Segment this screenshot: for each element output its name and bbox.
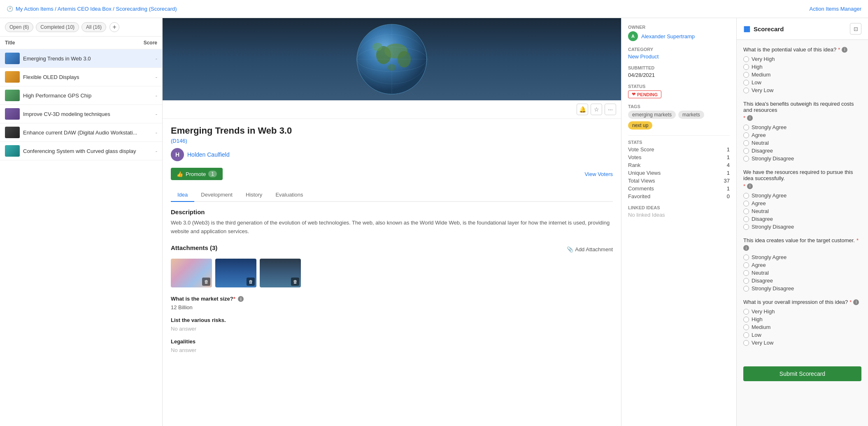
sc-info-icon-4[interactable]: i [743,245,749,251]
item-thumbnail [5,145,20,157]
sc-option[interactable]: Neutral [743,208,861,214]
tag-emerging-markets[interactable]: emerging markets [628,111,676,119]
sc-radio [743,201,749,206]
owner-name[interactable]: Alexander Supertramp [641,33,695,39]
star-icon-button[interactable]: ☆ [591,104,602,115]
sc-radio [743,148,749,154]
sc-info-icon-5[interactable]: i [853,299,859,305]
sc-info-icon-1[interactable]: i [842,47,847,53]
sc-info-icon-3[interactable]: i [747,183,753,189]
list-item[interactable]: Enhance current DAW (Digital Audio Works… [0,123,162,142]
sc-option[interactable]: Strongly Agree [743,254,861,260]
tag-next-up[interactable]: next up [628,121,652,130]
sc-option[interactable]: Disagree [743,216,861,222]
scorecard-close-button[interactable]: ⊡ [850,23,861,35]
sc-option[interactable]: Neutral [743,270,861,276]
tab-open[interactable]: Open (6) [5,22,33,32]
sc-option[interactable]: Low [743,79,861,86]
list-item[interactable]: Improve CV-3D modeling techniques - [0,105,162,123]
delete-attachment-1[interactable]: 🗑 [202,278,210,286]
sc-option[interactable]: Strongly Agree [743,192,861,199]
scorecard-title-text: Scorecard [754,25,784,32]
left-sidebar: Open (6) Completed (10) All (16) + Title… [0,18,163,426]
tab-all[interactable]: All (16) [81,22,106,32]
tab-evaluations[interactable]: Evaluations [269,188,310,202]
list-item[interactable]: Conferencing System with Curved glass di… [0,142,162,160]
submitted-field: Submitted 04/28/2021 [628,65,730,78]
my-action-items-link[interactable]: My Action Items / Artemis CEO Idea Box /… [16,6,177,12]
more-icon-button[interactable]: ··· [605,104,616,115]
stat-vote-score-label: Vote Score [628,146,721,153]
view-voters-link[interactable]: View Voters [585,171,613,177]
sc-radio [743,80,749,86]
sc-option[interactable]: Agree [743,262,861,268]
sc-option[interactable]: Very High [743,308,861,315]
sc-option[interactable]: Medium [743,72,861,78]
category-value[interactable]: New Product [628,53,659,60]
sc-option[interactable]: Strongly Agree [743,124,861,130]
category-label: Category [628,47,730,52]
attachments-header: Attachments (3) 📎 Add Attachment [171,244,613,255]
stat-rank-value: 4 [724,162,730,168]
promote-count: 1 [208,171,217,177]
tags-label: Tags [628,104,730,109]
sc-option[interactable]: Very Low [743,340,861,346]
bell-icon-button[interactable]: 🔔 [577,104,588,115]
sc-option[interactable]: High [743,64,861,70]
sc-option[interactable]: Very Low [743,87,861,93]
sc-option[interactable]: Agree [743,200,861,206]
attachments-grid: 🗑 🗑 🗑 [171,259,613,287]
tab-history[interactable]: History [239,188,269,202]
action-items-manager-anchor[interactable]: Action Items Manager [810,6,861,12]
tab-development[interactable]: Development [194,188,239,202]
attachment-1[interactable]: 🗑 [171,259,212,287]
sidebar-header: Title Score [0,37,162,49]
sc-required: * [849,299,852,305]
sc-option[interactable]: Strongly Disagree [743,224,861,230]
add-tab-button[interactable]: + [109,22,119,32]
sc-question-4: This idea creates value for the target c… [743,237,861,292]
sidebar-list: Emerging Trends in Web 3.0 - Flexible OL… [0,49,162,426]
tag-markets[interactable]: markets [678,111,704,119]
add-attachment-button[interactable]: 📎 Add Attachment [567,246,613,252]
delete-attachment-2[interactable]: 🗑 [247,278,255,286]
submit-scorecard-button[interactable]: Submit Scorecard [743,366,861,381]
sc-option[interactable]: Neutral [743,140,861,146]
tab-completed[interactable]: Completed (10) [36,22,79,32]
submitter-avatar: H [171,148,184,161]
sc-option[interactable]: Low [743,332,861,338]
sc-option[interactable]: Strongly Disagree [743,155,861,162]
attachment-3[interactable]: 🗑 [260,259,301,287]
col-score-header: Score [133,40,157,46]
sc-option[interactable]: Very High [743,56,861,62]
sc-info-icon-2[interactable]: i [747,115,753,121]
market-size-info-icon[interactable]: i [238,296,244,302]
item-score: - [141,74,157,80]
stats-grid: Vote Score 1 Votes 1 Rank 4 Unique Views… [628,146,730,199]
attachment-2[interactable]: 🗑 [215,259,256,287]
sc-options-1: Very High High Medium Low Very Low [743,56,861,93]
idea-tabs: Idea Development History Evaluations [171,188,613,202]
sc-question-3: We have the resources required to pursue… [743,169,861,230]
sc-radio [743,255,749,260]
sc-option[interactable]: High [743,316,861,322]
market-size-label: What is the market size?* i [171,296,613,302]
list-item[interactable]: Emerging Trends in Web 3.0 - [0,49,162,68]
promote-button[interactable]: 👍 Promote 1 [171,168,223,180]
sc-option[interactable]: Disagree [743,148,861,154]
item-score: - [141,93,157,99]
item-score: - [141,148,157,154]
tags-field: Tags emerging markets markets next up [628,104,730,130]
sc-option[interactable]: Medium [743,324,861,330]
submitter-name[interactable]: Holden Caulfield [187,151,230,158]
scorecard-body: What is the potential value of this idea… [737,40,868,360]
list-item[interactable]: High Performance GPS Chip - [0,86,162,105]
tab-idea[interactable]: Idea [171,188,194,202]
delete-attachment-3[interactable]: 🗑 [291,278,299,286]
sc-option[interactable]: Agree [743,132,861,138]
list-item[interactable]: Flexible OLED Displays - [0,68,162,86]
idea-id[interactable]: (D146) [171,138,613,144]
sc-option[interactable]: Disagree [743,278,861,284]
sc-option[interactable]: Strongly Disagree [743,285,861,292]
action-items-manager-link[interactable]: Action Items Manager [810,6,861,12]
